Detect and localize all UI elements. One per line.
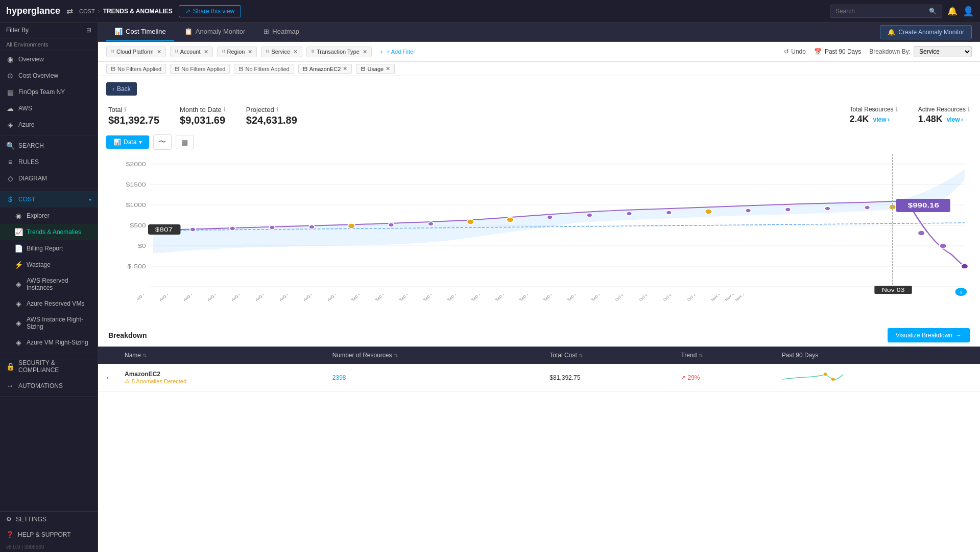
close-filter-service[interactable]: ✕ [293,49,298,55]
svg-text:Aug 29: Aug 29 [302,294,315,302]
tab-anomaly-monitor[interactable]: 📋 Anomaly Monitor [176,22,254,41]
sidebar-item-wastage[interactable]: ⚡ Wastage [0,257,98,273]
main-layout: Filter By ⊟ All Environments ◉ Overview … [0,22,980,552]
view-total-resources-link[interactable]: view › [873,116,890,123]
cost-col-header[interactable]: Total Cost ⇅ [541,347,673,364]
sub-filter-transaction[interactable]: ⊟ Usage ✕ [356,64,395,74]
name-col-header[interactable]: Name ⇅ [116,347,324,364]
search-bar[interactable]: 🔍 [830,5,942,18]
sidebar-item-overview[interactable]: ◉ Overview [0,51,98,67]
breadcrumb: COST › TRENDS & ANOMALIES [79,8,173,15]
total-resources-info[interactable]: ℹ [896,106,898,113]
sidebar-item-explorer[interactable]: ◉ Explorer [0,208,98,224]
period-selector[interactable]: 📅 Past 90 Days [814,48,861,55]
svg-text:Sep 25: Sep 25 [566,294,579,302]
env-selector[interactable]: All Environments [0,38,98,51]
search-icon[interactable]: 🔍 [929,8,937,15]
visualize-breakdown-button[interactable]: Visualize Breakdown → [888,328,970,342]
sidebar-item-aws[interactable]: ☁ AWS [0,100,98,117]
close-filter-region[interactable]: ✕ [248,49,252,55]
tab-heatmap[interactable]: ⊞ Heatmap [255,22,307,41]
filter-tag-cloud-platform[interactable]: ⠿ Cloud Platform ✕ [106,47,166,57]
filter-icon[interactable]: ⊟ [86,27,91,34]
breakdown-select[interactable]: Service Account Region Cloud Platform [914,46,972,57]
sub-filter-cloud-platform[interactable]: ⊟ No Filters Applied [106,64,166,74]
trend-col-header[interactable]: Trend ⇅ [673,347,773,364]
close-filter-transaction[interactable]: ✕ [363,49,367,55]
active-resources-info[interactable]: ℹ [968,106,970,113]
line-chart-button[interactable]: 〜 [153,134,172,150]
bar-chart-button[interactable]: ▦ [176,135,194,149]
close-filter-cloud-platform[interactable]: ✕ [157,49,161,55]
back-button[interactable]: ‹ Back [106,82,137,96]
sidebar-item-rules[interactable]: ≡ RULES [0,154,98,170]
diagram-icon: ◇ [6,174,14,182]
undo-button[interactable]: ↺ Undo [784,48,806,55]
anomaly-badge[interactable]: ⚠ 5 Anomalies Detected [125,378,316,384]
add-filter-button[interactable]: ＋ + Add Filter [376,47,418,57]
sidebar-item-label: Azure [18,121,34,128]
svg-point-77 [824,373,827,376]
data-button[interactable]: 📊 Data ▾ [106,135,149,149]
sidebar-item-settings[interactable]: ⚙ SETTINGS [0,512,98,527]
filter-sub-icon: ⊟ [238,65,243,72]
filter-tag-account[interactable]: ⠿ Account ✕ [170,47,213,57]
tab-cost-timeline[interactable]: 📊 Cost Timeline [106,22,174,41]
sidebar-item-search[interactable]: 🔍 SEARCH [0,137,98,154]
view-active-resources-link[interactable]: view › [947,116,963,123]
create-anomaly-button[interactable]: 🔔 Create Anomaly Monitor [880,25,972,39]
sidebar-item-help[interactable]: ❓ HELP & SUPPORT [0,527,98,542]
share-view-button[interactable]: ↗ Share this view [179,5,241,17]
sidebar-item-azure-sizing[interactable]: ◈ Azure VM Right-Sizing [0,334,98,351]
sub-filter-label: No Filters Applied [245,66,289,72]
table-row: › AmazonEC2 ⚠ 5 Anomalies Detected 2398 [98,364,980,392]
chart-container: ‹ Back Total ℹ $81,392.75 Month to Date … [98,76,980,552]
expand-row-button[interactable]: › [106,374,108,381]
sidebar-item-finops[interactable]: ▦ FinOps Team NY [0,84,98,100]
sub-filter-service[interactable]: ⊟ AmazonEC2 ✕ [298,64,352,74]
svg-text:Oct 09: Oct 09 [662,294,674,302]
cost-sort-icon[interactable]: ⇅ [579,353,583,358]
mtd-info-icon[interactable]: ℹ [224,106,226,113]
name-sort-icon[interactable]: ⇅ [142,353,147,358]
sidebar-item-diagram[interactable]: ◇ DIAGRAM [0,170,98,187]
sidebar-item-label: Cost Overview [18,72,58,79]
sidebar-item-label: Trends & Anomalies [27,228,81,236]
filter-tag-service[interactable]: ⠿ Service ✕ [261,47,302,57]
sidebar-item-azure[interactable]: ◈ Azure [0,117,98,133]
sidebar-item-aws-ri[interactable]: ◈ AWS Reserved Instances [0,273,98,295]
breadcrumb-parent[interactable]: COST [79,8,95,14]
sub-filter-region[interactable]: ⊟ No Filters Applied [234,64,294,74]
sidebar-item-billing[interactable]: 📄 Billing Report [0,240,98,257]
sidebar-item-azure-rv[interactable]: ◈ Azure Reserved VMs [0,295,98,312]
sidebar-item-cost-overview[interactable]: ⊙ Cost Overview [0,67,98,84]
sidebar-item-automations[interactable]: ↔ AUTOMATIONS [0,378,98,394]
total-info-icon[interactable]: ℹ [124,106,126,113]
trend-sort-icon[interactable]: ⇅ [699,353,703,358]
cost-timeline-tab-icon: 📊 [114,28,123,35]
close-filter-account[interactable]: ✕ [204,49,208,55]
search-nav-icon: 🔍 [6,142,14,150]
projected-info-icon[interactable]: ℹ [276,106,278,113]
filter-tag-region[interactable]: ⠿ Region ✕ [217,47,257,57]
sub-filter-account[interactable]: ⊟ No Filters Applied [170,64,230,74]
sidebar-item-aws-sizing[interactable]: ◈ AWS Instance Right-Sizing [0,312,98,334]
resources-col-header[interactable]: Number of Resources ⇅ [324,347,542,364]
search-input[interactable] [835,8,926,15]
sparkline-cell [774,364,980,392]
nav-swap-icon[interactable]: ⇄ [66,6,73,16]
resources-sort-icon[interactable]: ⇅ [394,353,398,358]
bell-icon[interactable]: 🔔 [947,6,958,16]
arrow-right-icon: → [955,332,962,339]
sidebar-item-cost[interactable]: $ COST ▾ [0,191,98,208]
app-logo[interactable]: hyperglance [6,6,60,16]
close-sub-service[interactable]: ✕ [343,65,347,72]
close-sub-transaction[interactable]: ✕ [386,65,390,72]
svg-point-25 [626,212,632,216]
svg-text:$2000: $2000 [126,162,146,167]
sidebar-item-security[interactable]: 🔒 SECURITY & COMPLIANCE [0,355,98,378]
user-icon[interactable]: 👤 [963,6,974,17]
filter-tag-transaction-type[interactable]: ⠿ Transaction Type ✕ [306,47,372,57]
divider-4 [0,396,98,397]
sidebar-item-trends[interactable]: 📈 Trends & Anomalies [0,224,98,240]
